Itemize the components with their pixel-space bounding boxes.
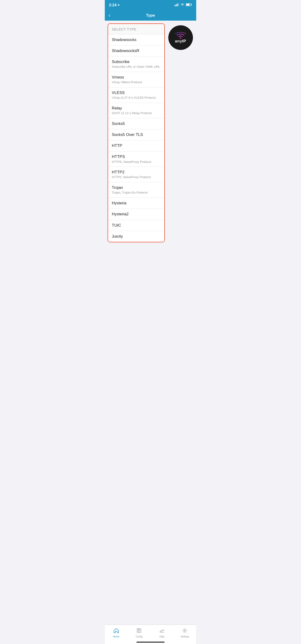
list-item[interactable]: HTTP2HTTP2, NaiveProxy Protocol	[108, 167, 164, 182]
signal-icon	[175, 3, 179, 7]
item-subtitle: HTTP2, NaiveProxy Protocol	[112, 175, 160, 179]
item-title: Juicity	[112, 234, 160, 239]
item-title: Socks5 Over TLS	[112, 132, 160, 137]
item-subtitle: Trojan, Trojan-Go Protocol	[112, 191, 160, 195]
logo-text: anyIP	[175, 39, 186, 44]
list-item[interactable]: Shadowsocks	[108, 34, 164, 46]
status-time: 2:24 ✈	[109, 3, 120, 7]
svg-rect-0	[175, 5, 175, 6]
item-title: Hysteria	[112, 200, 160, 206]
item-title: HTTP	[112, 143, 160, 148]
item-subtitle: Subscribe URL or Clash YAML URL	[112, 65, 160, 69]
item-title: Socks5	[112, 121, 160, 126]
item-title: HTTP2	[112, 170, 160, 175]
status-icons	[175, 3, 192, 7]
item-subtitle: GOST (2.11+) Relay Protocol	[112, 111, 160, 115]
item-subtitle: HTTPS, NaiveProxy Protocol	[112, 160, 160, 164]
status-bar: 2:24 ✈	[105, 0, 196, 10]
list-container: ShadowsocksShadowsocksRSubscribeSubscrib…	[108, 34, 164, 242]
item-title: HTTPS	[112, 154, 160, 159]
svg-point-7	[180, 37, 181, 39]
list-item[interactable]: HTTP	[108, 140, 164, 152]
list-item[interactable]: Juicity	[108, 231, 164, 242]
svg-rect-6	[186, 4, 190, 6]
list-item[interactable]: VLESSV2ray (4.27.0+) VLESS Protocol	[108, 88, 164, 103]
item-title: Trojan	[112, 185, 160, 190]
list-item[interactable]: RelayGOST (2.11+) Relay Protocol	[108, 103, 164, 118]
nav-bar: ‹ Type	[105, 10, 196, 20]
back-button[interactable]: ‹	[108, 13, 110, 18]
logo-wifi-arcs-svg	[174, 32, 187, 39]
list-item[interactable]: VmessV2ray VMess Protocol	[108, 72, 164, 88]
list-item[interactable]: Socks5 Over TLS	[108, 129, 164, 140]
item-title: Hysteria2	[112, 212, 160, 217]
select-header: SELECT TYPE	[108, 24, 164, 34]
item-subtitle: V2ray VMess Protocol	[112, 80, 160, 84]
svg-rect-3	[178, 3, 179, 6]
svg-rect-2	[177, 4, 178, 6]
list-item[interactable]: HTTPSHTTPS, NaiveProxy Protocol	[108, 152, 164, 167]
item-subtitle: V2ray (4.27.0+) VLESS Protocol	[112, 96, 160, 100]
item-title: Subscribe	[112, 59, 160, 64]
list-item[interactable]: Hysteria2	[108, 209, 164, 220]
list-item[interactable]: TUIC	[108, 220, 164, 231]
item-title: Relay	[112, 106, 160, 111]
item-title: VLESS	[112, 90, 160, 96]
anyip-logo: anyIP	[168, 25, 193, 50]
svg-rect-5	[191, 4, 192, 6]
select-panel: SELECT TYPE ShadowsocksShadowsocksRSubsc…	[108, 24, 165, 242]
nav-title: Type	[146, 13, 155, 18]
select-header-text: SELECT TYPE	[112, 27, 136, 31]
item-title: ShadowsocksR	[112, 48, 160, 54]
main-content: SELECT TYPE ShadowsocksShadowsocksRSubsc…	[105, 20, 196, 242]
list-item[interactable]: Socks5	[108, 118, 164, 129]
list-item[interactable]: Hysteria	[108, 198, 164, 209]
svg-rect-1	[176, 4, 176, 6]
item-title: Shadowsocks	[112, 37, 160, 42]
wifi-icon	[180, 3, 184, 7]
list-item[interactable]: ShadowsocksR	[108, 46, 164, 56]
logo-panel: anyIP	[168, 24, 194, 242]
list-item[interactable]: TrojanTrojan, Trojan-Go Protocol	[108, 182, 164, 198]
item-title: Vmess	[112, 75, 160, 80]
location-icon: ✈	[118, 4, 120, 7]
list-item[interactable]: SubscribeSubscribe URL or Clash YAML URL	[108, 56, 164, 72]
item-title: TUIC	[112, 223, 160, 228]
time-display: 2:24	[109, 3, 116, 7]
battery-icon	[186, 3, 192, 7]
